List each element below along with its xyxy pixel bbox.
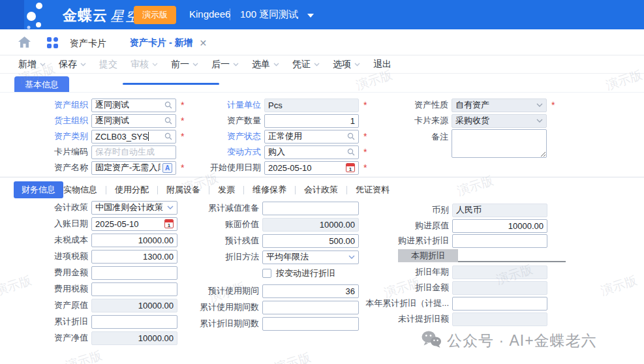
start-date-input[interactable]: 2025-05-10 1 <box>264 161 359 175</box>
field-depr-periods: 累计折旧期间数 <box>186 316 359 331</box>
owner-org-label[interactable]: 货主组织 <box>13 115 88 127</box>
search-icon[interactable] <box>347 132 355 140</box>
field-net-value: 资产净值 10000.00 <box>13 331 177 345</box>
tab-attached-equipment[interactable]: 附属设备 <box>166 184 200 196</box>
required-marker: * <box>551 100 555 110</box>
pick-list-button[interactable]: 选单 <box>252 59 279 70</box>
prev-button[interactable]: 前一 <box>171 59 198 70</box>
apps-menu-icon[interactable] <box>47 37 58 48</box>
kingdee-logo-icon <box>23 0 60 32</box>
nature-label: 资产性质 <box>382 99 448 111</box>
tab-voucher-data[interactable]: 凭证资料 <box>356 184 390 196</box>
untaxed-cost-input[interactable]: 10000.00 <box>91 234 177 247</box>
panel-divider <box>0 177 644 177</box>
tab-asset-card-list[interactable]: 资产卡片 <box>70 38 106 50</box>
demo-watermark: 演示版 <box>598 272 639 299</box>
required-marker: * <box>181 115 184 126</box>
impairment-input[interactable] <box>262 202 359 215</box>
next-button[interactable]: 后一 <box>211 59 239 70</box>
book-value-input: 10000.00 <box>262 218 359 232</box>
asset-org-input[interactable]: 逐同测试 <box>91 99 176 112</box>
source-select: 采购收货 <box>452 114 547 128</box>
new-button[interactable]: 新增 <box>18 59 46 70</box>
text-cursor <box>148 132 149 141</box>
footer-watermark: 公众号 · AI+金蝶老六 <box>421 330 597 351</box>
depr-by-change-checkbox[interactable] <box>262 269 271 278</box>
currency-label: 币别 <box>356 204 449 216</box>
purchase-depr-input[interactable] <box>452 234 547 248</box>
tab-divider <box>209 186 209 194</box>
topbar-corner-block <box>0 0 24 29</box>
tab-finance-info[interactable]: 财务信息 <box>14 181 63 198</box>
asset-org-label[interactable]: 资产组织 <box>13 99 88 111</box>
field-unprovided-depr: 未计提折旧额 <box>356 312 547 326</box>
tab-base-info[interactable]: 基本信息 <box>14 76 69 93</box>
search-icon[interactable] <box>164 117 172 125</box>
accum-depr-input[interactable] <box>91 315 177 329</box>
search-icon[interactable] <box>164 132 172 140</box>
search-icon[interactable] <box>347 148 355 156</box>
field-year-accum-depr: 本年累计折旧（计提... <box>356 296 547 311</box>
finance-tabbar: 财务信息 实物信息 使用分配 附属设备 发票 维修保养 会计政策 凭证资料 <box>14 182 390 198</box>
unit-label[interactable]: 计量单位 <box>196 99 261 111</box>
org-switcher[interactable]: 100 逐同测试 <box>240 8 314 21</box>
voucher-button[interactable]: 凭证 <box>292 59 320 70</box>
multilang-icon[interactable]: A <box>162 163 172 173</box>
residual-input[interactable]: 500.00 <box>262 234 359 248</box>
app-window: 金蝶云 星空 企业版 演示版 Kingdee6 100 逐同测试 资产卡片 资产… <box>0 0 644 364</box>
nature-select: 自有资产 <box>452 99 547 112</box>
depr-periods-input[interactable] <box>262 317 359 331</box>
chevron-down-icon[interactable] <box>348 255 355 259</box>
footer-text: 公众号 · AI+金蝶老六 <box>447 331 597 351</box>
demo-version-button[interactable]: 演示版 <box>134 6 176 24</box>
home-icon[interactable] <box>18 37 31 50</box>
entry-date-label: 入账日期 <box>13 218 88 230</box>
acct-policy-select[interactable]: 中国准则会计政策 <box>91 201 177 215</box>
calendar-icon[interactable]: 1 <box>346 163 355 172</box>
remark-textarea[interactable] <box>452 129 547 158</box>
current-period-depr-title: 本期折旧 <box>398 249 458 262</box>
owner-org-input[interactable]: 逐同测试 <box>91 114 176 128</box>
currency-input: 人民币 <box>452 204 547 217</box>
quantity-input[interactable]: 1 <box>264 114 359 128</box>
asset-category-input[interactable]: ZCLB03_SYS <box>91 130 176 144</box>
year-accum-depr-input[interactable] <box>452 297 547 311</box>
field-fee-tax: 费用税额 <box>13 282 177 296</box>
current-period-depr-section: 本期折旧 <box>398 249 566 262</box>
purchase-value-input[interactable]: 10000.00 <box>452 219 547 233</box>
close-icon[interactable]: ✕ <box>199 38 207 48</box>
used-periods-input[interactable] <box>262 301 359 314</box>
entry-date-input[interactable]: 2025-05-10 1 <box>91 217 177 231</box>
field-currency: 币别 人民币 <box>356 203 547 217</box>
tab-divider <box>106 186 106 194</box>
calendar-icon[interactable]: 1 <box>164 219 174 228</box>
asset-name-input[interactable]: 固定资产-无需入库 A <box>91 161 176 175</box>
tab-invoice[interactable]: 发票 <box>218 184 235 196</box>
tab-accounting-policy[interactable]: 会计政策 <box>304 184 338 196</box>
status-label[interactable]: 资产状态 <box>196 130 261 142</box>
asset-category-label[interactable]: 资产类别 <box>13 130 88 142</box>
chevron-down-icon[interactable] <box>167 205 174 209</box>
change-mode-input[interactable]: 购入 <box>264 145 359 159</box>
fee-tax-input[interactable] <box>91 282 177 296</box>
exit-button[interactable]: 退出 <box>373 59 391 70</box>
search-icon[interactable] <box>164 101 172 109</box>
tab-maintenance[interactable]: 维修保养 <box>253 184 286 196</box>
fee-amount-input[interactable] <box>91 266 177 280</box>
options-button[interactable]: 选项 <box>333 59 360 70</box>
section-separator <box>0 92 644 93</box>
tab-usage-allocation[interactable]: 使用分配 <box>115 184 149 196</box>
depr-method-select[interactable]: 平均年限法 <box>262 250 359 264</box>
tab-asset-card-new[interactable]: 资产卡片 - 新增 ✕ <box>130 37 207 49</box>
depr-by-change-label: 按变动进行折旧 <box>276 267 335 279</box>
input-tax-input[interactable]: 1300.00 <box>91 250 177 264</box>
card-code-input[interactable]: 保存时自动生成 <box>91 145 176 159</box>
tab-divider <box>157 186 158 194</box>
expect-periods-input[interactable]: 36 <box>262 284 359 298</box>
tab-physical-info[interactable]: 实物信息 <box>63 184 97 196</box>
change-mode-label[interactable]: 变动方式 <box>196 146 261 158</box>
toolbar: 新增 保存 提交 审核 前一 后一 选单 凭证 选项 退出 <box>0 55 644 74</box>
save-button[interactable]: 保存 <box>59 59 86 70</box>
field-orig-value: 资产原值 10000.00 <box>13 298 177 312</box>
status-input[interactable]: 正常使用 <box>264 130 359 144</box>
